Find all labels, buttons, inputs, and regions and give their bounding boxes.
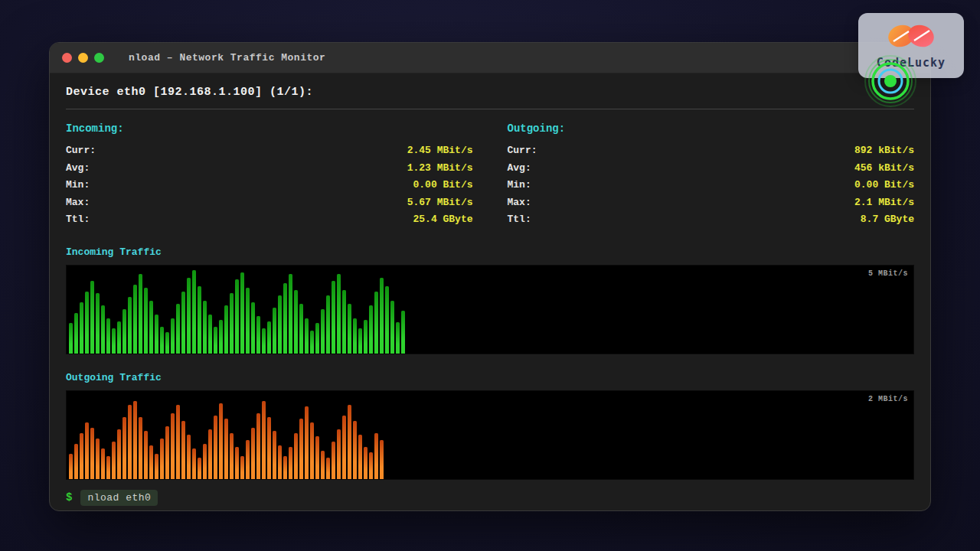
traffic-bar: [133, 285, 137, 354]
traffic-bar: [230, 433, 234, 479]
stat-label: Avg:: [66, 160, 90, 178]
traffic-bar: [283, 456, 287, 479]
traffic-bar: [337, 274, 341, 354]
outgoing-chart: 2 MBit/s: [66, 390, 914, 480]
stat-row-outgoing-min: Min: 0.00 Bit/s: [508, 177, 915, 194]
traffic-bar: [90, 428, 94, 479]
traffic-bar: [380, 440, 384, 479]
stat-value: 2.1 MBit/s: [854, 194, 914, 212]
traffic-bar: [224, 419, 228, 478]
traffic-bar: [342, 416, 346, 479]
traffic-bar: [214, 327, 217, 354]
traffic-bar: [117, 429, 121, 478]
outgoing-header: Outgoing:: [508, 122, 915, 135]
traffic-bar: [203, 301, 207, 354]
traffic-bar: [310, 422, 314, 479]
outgoing-stats: Outgoing: Curr: 892 kBit/s Avg: 456 kBit…: [508, 122, 915, 229]
minimize-button[interactable]: [78, 53, 88, 63]
incoming-traffic-label: Incoming Traffic: [66, 246, 914, 258]
traffic-bar: [198, 286, 201, 353]
stat-row-incoming-avg: Avg: 1.23 MBit/s: [66, 160, 473, 178]
stat-value: 0.00 Bit/s: [413, 177, 472, 194]
terminal-content: Device eth0 [192.168.1.100] (1/1): Incom…: [50, 73, 930, 506]
maximize-button[interactable]: [94, 53, 104, 63]
traffic-bar: [262, 401, 266, 478]
traffic-bar: [337, 429, 341, 478]
traffic-bar: [240, 272, 244, 354]
traffic-bar: [299, 304, 303, 353]
traffic-bar: [396, 322, 400, 353]
traffic-bar: [278, 445, 282, 479]
traffic-bar: [144, 431, 148, 478]
stat-label: Max:: [66, 194, 90, 212]
traffic-bar: [181, 292, 185, 354]
incoming-stats: Incoming: Curr: 2.45 MBit/s Avg: 1.23 MB…: [66, 122, 473, 229]
stat-value: 25.4 GByte: [413, 211, 472, 229]
traffic-bar: [101, 305, 105, 353]
traffic-bar: [267, 321, 271, 353]
traffic-bar: [332, 281, 335, 353]
traffic-bar: [278, 295, 282, 354]
traffic-bar: [321, 309, 325, 354]
stat-label: Ttl:: [508, 211, 531, 229]
traffic-bar: [230, 293, 234, 353]
traffic-bar: [289, 447, 292, 478]
traffic-bar: [128, 405, 132, 479]
incoming-bars: [69, 266, 913, 354]
stat-value: 2.45 MBit/s: [407, 142, 473, 160]
traffic-bar: [106, 456, 110, 479]
traffic-bar: [374, 433, 378, 479]
stats-section: Incoming: Curr: 2.45 MBit/s Avg: 1.23 MB…: [66, 122, 914, 229]
outgoing-bars: [69, 391, 913, 479]
traffic-bar: [149, 301, 153, 354]
prompt-command: nload eth0: [80, 490, 158, 506]
traffic-bar: [192, 448, 196, 478]
stat-row-incoming-ttl: Ttl: 25.4 GByte: [66, 211, 473, 229]
traffic-bar: [390, 301, 394, 354]
traffic-bar: [294, 290, 298, 354]
traffic-bar: [176, 304, 180, 353]
traffic-bar: [401, 311, 405, 353]
traffic-bar: [385, 286, 389, 353]
traffic-bar: [315, 436, 319, 478]
traffic-bar: [246, 440, 250, 479]
traffic-bar: [69, 454, 73, 478]
traffic-bar: [85, 292, 89, 354]
stat-value: 1.23 MBit/s: [407, 160, 473, 178]
traffic-bar: [128, 297, 132, 354]
traffic-bar: [321, 451, 325, 479]
stat-label: Ttl:: [66, 211, 90, 229]
traffic-bar: [267, 417, 271, 479]
traffic-bar: [106, 318, 110, 354]
divider: [66, 109, 914, 109]
traffic-bar: [289, 274, 292, 354]
traffic-bar: [171, 318, 175, 354]
traffic-bar: [305, 318, 309, 354]
stat-label: Avg:: [508, 160, 531, 178]
stat-row-incoming-max: Max: 5.67 MBit/s: [66, 194, 473, 212]
traffic-bar: [165, 332, 169, 354]
stat-label: Max:: [508, 194, 531, 212]
traffic-bar: [122, 309, 126, 354]
traffic-bar: [101, 448, 105, 478]
traffic-bar: [310, 331, 314, 354]
traffic-bar: [342, 290, 346, 354]
incoming-scale-label: 5 MBit/s: [868, 269, 908, 278]
traffic-bar: [133, 401, 137, 478]
prompt-symbol: $: [66, 491, 72, 504]
traffic-bar: [358, 435, 362, 479]
traffic-bar: [139, 417, 142, 479]
traffic-bar: [251, 428, 255, 479]
shell-prompt: $ nload eth0: [66, 490, 914, 506]
traffic-bar: [165, 426, 169, 479]
traffic-bar: [80, 433, 83, 479]
traffic-bar: [219, 320, 223, 354]
traffic-bar: [364, 447, 368, 478]
traffic-bar: [294, 433, 298, 479]
traffic-bar: [85, 422, 89, 479]
traffic-bar: [69, 323, 73, 353]
traffic-bar: [358, 328, 362, 353]
traffic-bar: [353, 421, 357, 479]
stat-value: 456 kBit/s: [854, 160, 914, 178]
close-button[interactable]: [62, 53, 72, 63]
